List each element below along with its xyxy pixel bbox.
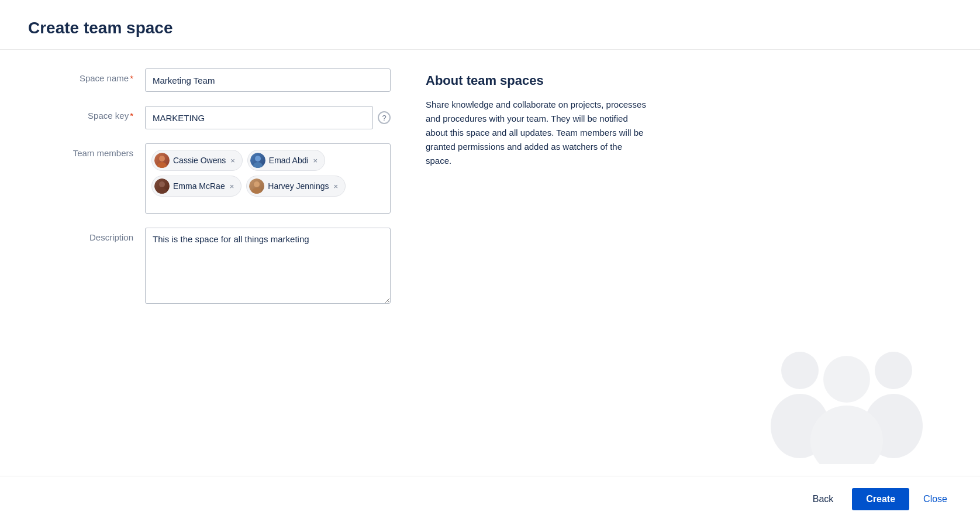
svg-point-2 — [255, 156, 261, 162]
svg-point-10 — [875, 352, 912, 389]
svg-point-3 — [253, 162, 263, 168]
space-key-label: Space key* — [28, 106, 145, 121]
team-illustration — [753, 324, 940, 464]
space-name-input[interactable] — [145, 68, 391, 92]
description-control: This is the space for all things marketi… — [145, 228, 391, 304]
members-box[interactable]: Cassie Owens × Emad Abdi × — [145, 143, 391, 214]
space-name-row: Space name* — [28, 68, 391, 92]
description-label: Description — [28, 228, 145, 242]
avatar — [154, 153, 170, 168]
remove-harvey-button[interactable]: × — [333, 183, 340, 190]
remove-cassie-button[interactable]: × — [229, 157, 236, 164]
info-section: About team spaces Share knowledge and co… — [426, 68, 952, 476]
list-item: Emad Abdi × — [247, 150, 325, 171]
avatar — [154, 178, 170, 194]
space-key-control: ? — [145, 106, 391, 129]
remove-emad-button[interactable]: × — [312, 157, 319, 164]
svg-point-0 — [159, 156, 165, 162]
space-key-row: Space key* ? — [28, 106, 391, 129]
form-section: Space name* Space key* ? Team me — [28, 68, 391, 476]
info-description: Share knowledge and collaborate on proje… — [426, 98, 648, 168]
member-name: Cassie Owens — [173, 156, 226, 165]
avatar — [249, 178, 264, 194]
space-key-help-icon[interactable]: ? — [378, 111, 391, 124]
member-name: Emad Abdi — [269, 156, 309, 165]
space-key-input[interactable] — [145, 106, 373, 129]
content-area: Space name* Space key* ? Team me — [0, 50, 980, 476]
svg-point-8 — [781, 352, 819, 389]
header: Create team space — [0, 0, 980, 50]
remove-emma-button[interactable]: × — [229, 183, 236, 190]
description-row: Description This is the space for all th… — [28, 228, 391, 304]
svg-point-6 — [254, 181, 260, 187]
close-button[interactable]: Close — [919, 489, 952, 509]
page-container: Create team space Space name* Space key* — [0, 0, 980, 522]
avatar — [250, 153, 265, 168]
member-name: Harvey Jennings — [268, 181, 329, 191]
list-item: Cassie Owens × — [151, 150, 243, 171]
page-title: Create team space — [28, 19, 952, 37]
team-members-label: Team members — [28, 143, 145, 158]
list-item: Emma McRae × — [151, 176, 241, 197]
footer: Back Create Close — [0, 476, 980, 522]
list-item: Harvey Jennings × — [246, 176, 346, 197]
space-name-control — [145, 68, 391, 92]
member-name: Emma McRae — [173, 181, 225, 191]
svg-point-4 — [159, 181, 165, 187]
team-members-control: Cassie Owens × Emad Abdi × — [145, 143, 391, 214]
svg-point-1 — [157, 162, 167, 168]
team-members-row: Team members Cassie Owens × — [28, 143, 391, 214]
space-name-label: Space name* — [28, 68, 145, 83]
create-button[interactable]: Create — [852, 488, 909, 510]
info-title: About team spaces — [426, 73, 952, 88]
svg-point-5 — [157, 188, 167, 194]
svg-point-12 — [823, 356, 870, 403]
back-button[interactable]: Back — [803, 489, 843, 509]
team-illustration-svg — [753, 324, 940, 464]
description-textarea[interactable]: This is the space for all things marketi… — [145, 228, 391, 304]
svg-point-7 — [252, 188, 261, 194]
